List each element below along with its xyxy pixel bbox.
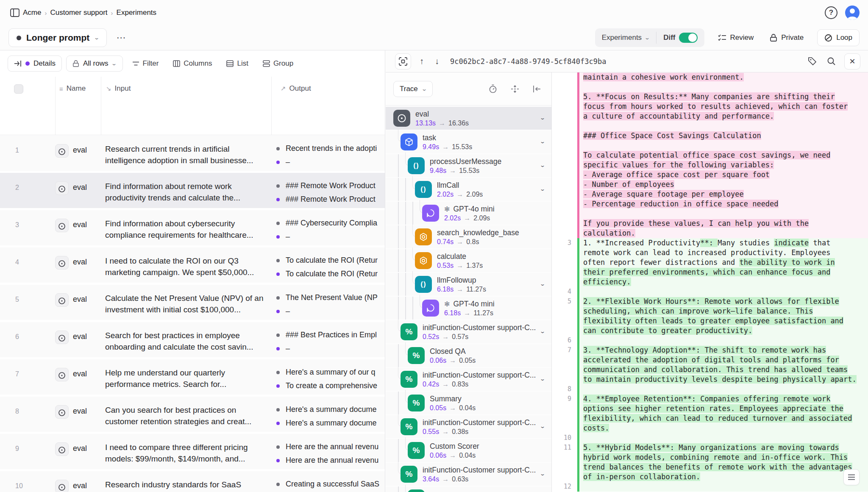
private-label: Private	[781, 33, 804, 42]
select-all-checkbox[interactable]	[14, 84, 23, 94]
name-cell: eval	[55, 136, 101, 171]
breadcrumb-separator: ›	[111, 9, 113, 17]
node-timing: 9.48s→15.53s	[430, 167, 501, 175]
collapse-all-button[interactable]	[509, 83, 521, 95]
trace-node-custom-scorer[interactable]: %Custom Scorer0.06s→0.04s	[386, 439, 551, 462]
table-row[interactable]: 4evalI need to calculate the ROI on our …	[0, 247, 385, 283]
tag-button[interactable]	[806, 55, 818, 67]
sidebar-toggle-button[interactable]	[8, 7, 21, 19]
diff-line-number	[552, 472, 577, 482]
chevron-down-icon[interactable]: ⌄	[540, 115, 545, 121]
table-row[interactable]: 1evalResearch current trends in artifici…	[0, 136, 385, 171]
chevron-down-icon[interactable]: ⌄	[540, 376, 545, 382]
column-header-output[interactable]: ↗Output	[281, 84, 311, 93]
list-button[interactable]: List	[221, 56, 253, 71]
filter-button[interactable]: Filter	[127, 56, 164, 71]
table-row[interactable]: 2evalFind information about remote work …	[0, 173, 385, 208]
diff-line-text: specific values for the following variab…	[579, 160, 868, 170]
trace-node-search-knowledge-base[interactable]: search_knowledge_base0.74s→0.8s	[386, 225, 551, 248]
output-text: –	[286, 307, 290, 316]
diff-word-highlight: 5. **Hybrid Models**: Many organizations…	[583, 443, 839, 452]
column-header-name[interactable]: ≡Name	[59, 84, 86, 93]
column-header-input[interactable]: ↘Input	[106, 84, 131, 93]
diff-word: remote work can lead to increased produc…	[583, 248, 830, 257]
experiment-selector[interactable]: Longer prompt ⌄	[8, 28, 107, 47]
trace-node-initfunction-customer-support-c-[interactable]: %initFunction-Customer support-C...0.52s…	[386, 320, 551, 343]
chevron-down-icon[interactable]: ⌄	[540, 186, 545, 192]
search-button[interactable]	[825, 55, 837, 67]
trace-node-gpt-4o-mini[interactable]: ✻GPT-4o mini2.02s→2.09s	[386, 202, 551, 225]
all-rows-dropdown[interactable]: All rows ⌄	[66, 56, 123, 72]
trace-node-initfunction-customer-support-c-[interactable]: %initFunction-Customer support-C...3.64s…	[386, 463, 551, 486]
chevron-down-icon[interactable]: ⌄	[540, 423, 545, 429]
details-button[interactable]: Details	[8, 56, 62, 72]
timing-button[interactable]	[487, 83, 499, 95]
breadcrumb-acme[interactable]: Acme	[23, 8, 41, 17]
trace-view-dropdown[interactable]: Trace ⌄	[393, 81, 433, 97]
help-icon[interactable]: ?	[825, 6, 837, 19]
tree-guide-line	[405, 178, 406, 201]
columns-button[interactable]: Columns	[168, 56, 217, 71]
review-button[interactable]: Review	[715, 33, 757, 42]
trace-node-gpt-4o-mini[interactable]: ✻GPT-4o mini6.18s→11.27s	[386, 297, 551, 320]
diff-line-number	[552, 414, 577, 423]
table-row[interactable]: 7evalHelp me understand our quarterly pe…	[0, 359, 385, 395]
diff-line-number	[552, 131, 577, 141]
diff-line-number	[552, 375, 577, 384]
trace-node-processusermessage[interactable]: ()processUserMessage9.48s→15.53s⌄	[386, 154, 551, 177]
diff-line-number	[552, 189, 577, 199]
breadcrumb-project[interactable]: Customer support	[50, 8, 107, 17]
trace-node-task[interactable]: task9.49s→15.53s⌄	[386, 131, 551, 153]
trace-node-llmfollowup[interactable]: ()llmFollowup6.18s→11.27s⌄	[386, 273, 551, 296]
timing-start: 0.42s	[423, 381, 439, 388]
diff-toggle[interactable]	[679, 33, 698, 43]
trace-node-initfunction-customer-support-c-[interactable]: %initFunction-Customer support-C...0.55s…	[386, 415, 551, 438]
output-text: –	[286, 158, 290, 167]
next-row-button[interactable]: ↓	[432, 56, 442, 67]
chevron-down-icon[interactable]: ⌄	[540, 139, 545, 145]
view-selector-dropdown[interactable]: Experiments ⌄	[595, 28, 657, 47]
close-panel-button[interactable]: ✕	[844, 53, 860, 69]
trace-node-calculate[interactable]: calculate0.53s→1.37s	[386, 249, 551, 272]
previous-row-button[interactable]: ↑	[417, 56, 426, 67]
bullet-dot-purple	[276, 347, 280, 350]
table-row[interactable]: 9evalI need to compare three different p…	[0, 434, 385, 469]
bullet-dot-purple	[276, 459, 280, 462]
tree-guide-line	[412, 297, 413, 320]
private-button[interactable]: Private	[767, 33, 806, 42]
table-row[interactable]: 6evalSearch for best practices in employ…	[0, 322, 385, 357]
name-value: eval	[73, 405, 87, 416]
diff-added-line: to maintain productivity levels despite …	[552, 375, 868, 384]
trace-node-closed-qa[interactable]: %Closed QA0.06s→0.05s	[386, 344, 551, 367]
trace-node-llmcall[interactable]: ()llmCall2.02s→2.09s⌄	[386, 178, 551, 201]
row-number: 6	[0, 322, 55, 357]
diff-line-text: remote work can lead to increased produc…	[579, 248, 868, 258]
table-row[interactable]: 8evalCan you search for best practices o…	[0, 397, 385, 432]
breadcrumb-experiments[interactable]: Experiments	[117, 8, 156, 17]
trace-node-intent-classification[interactable]: %Intent Classification	[386, 486, 551, 492]
node-text: initFunction-Customer support-C...0.55s→…	[423, 418, 536, 436]
trace-node-eval[interactable]: eval13.13s→16.36s⌄	[386, 107, 551, 130]
loop-button[interactable]: Loop	[817, 29, 860, 46]
chevron-down-icon[interactable]: ⌄	[540, 281, 545, 287]
collapse-panel-button[interactable]	[531, 83, 543, 95]
group-button[interactable]: Group	[258, 56, 298, 71]
more-options-button[interactable]: ⋯	[114, 31, 128, 45]
trace-node-initfunction-customer-support-c-[interactable]: %initFunction-Customer support-C...0.42s…	[386, 368, 551, 391]
chevron-down-icon[interactable]: ⌄	[540, 471, 545, 477]
table-row[interactable]: 3evalFind information about cybersecurit…	[0, 210, 385, 245]
chevron-down-icon[interactable]: ⌄	[540, 162, 545, 168]
chevron-down-icon[interactable]: ⌄	[540, 328, 545, 334]
node-label-text: eval	[415, 110, 429, 119]
trace-node-summary[interactable]: %Summary0.05s→0.04s	[386, 392, 551, 414]
diff-word-highlight: focus from hours worked to results achie…	[583, 102, 848, 111]
table-row[interactable]: 5evalCalculate the Net Present Value (NP…	[0, 285, 385, 320]
diff-options-button[interactable]	[843, 469, 860, 485]
table-row[interactable]: 10evalResearch industry standards for Sa…	[0, 471, 385, 492]
output-bullet: –	[276, 158, 385, 167]
focus-trace-button[interactable]	[395, 53, 411, 69]
eval-icon	[55, 256, 69, 270]
title-bar: Longer prompt ⌄ ⋯ Experiments ⌄ Diff Rev…	[0, 25, 868, 50]
avatar[interactable]	[845, 6, 860, 20]
diff-line-text	[579, 141, 868, 150]
